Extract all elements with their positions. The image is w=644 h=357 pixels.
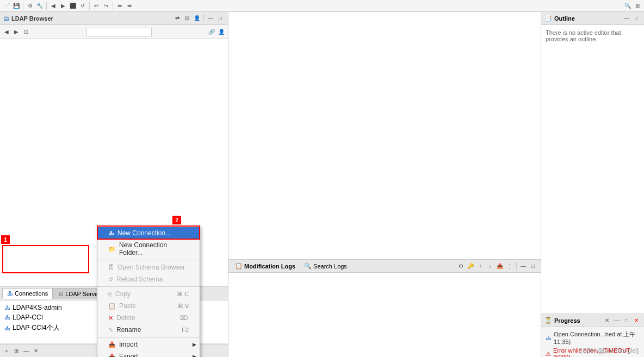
sync-icon[interactable]: ⇄	[173, 14, 182, 23]
logs-export-icon[interactable]: 📤	[496, 262, 504, 271]
outline-maximize-icon[interactable]: □	[632, 14, 641, 23]
forward-icon[interactable]: ▶	[59, 2, 67, 10]
tree-label-1: LDAP4KS-admin	[13, 304, 62, 311]
menu-item-new-folder[interactable]: 📁 New Connection Folder...	[97, 239, 200, 259]
close-left-icon[interactable]: ✕	[32, 347, 40, 355]
expand-icon[interactable]: ▶	[12, 28, 21, 36]
logs-key-icon[interactable]: 🔑	[466, 262, 475, 271]
search-log-icon: 🔍	[304, 262, 312, 270]
delete-icon: ✕	[108, 315, 113, 322]
menu-item-export[interactable]: 📤 Export	[97, 350, 200, 357]
server-icon: 🖥	[58, 291, 64, 297]
logs-up-icon[interactable]: ↑	[476, 262, 485, 271]
logs-toolbar-icons: ⚙ 🔑 ↑ ↓ 📤 ⋮ — □	[456, 262, 537, 271]
menu-sep-2	[97, 286, 200, 287]
nav-back-icon[interactable]: ⬅	[115, 2, 124, 10]
watermark: CSDN @[shenhonglei]	[578, 347, 639, 354]
tab-modification-logs[interactable]: 📋 Modification Logs	[232, 261, 299, 271]
outline-panel: 📑 Outline — □ There is no active editor …	[541, 12, 644, 357]
watermark-text: CSDN @[shenhonglei]	[578, 347, 639, 354]
menu-item-new-connection[interactable]: 🖧 New Connection...	[97, 227, 200, 239]
grid-icon[interactable]: ⊞	[12, 347, 21, 355]
conn-tree-icon-2: 🖧	[4, 314, 10, 321]
reload-schema-label: Reload Schema	[116, 275, 163, 283]
menu-item-rename[interactable]: ✎ Rename F2	[97, 324, 200, 336]
minimize-icon[interactable]: —	[206, 14, 215, 23]
progress-close-icon[interactable]: ✕	[632, 316, 641, 325]
paste-shortcut: ⌘ V	[177, 303, 189, 310]
outline-title-area: 📑 Outline	[544, 15, 575, 22]
import-icon: 📥	[108, 341, 116, 348]
logs-down-icon[interactable]: ↓	[486, 262, 494, 271]
panel-header-icons: ⇄ ⊟ 👤 — □	[173, 14, 225, 23]
progress-minimize-icon[interactable]: —	[612, 316, 621, 325]
progress-item-1: 🖧 Open Connection...hed at 上午 11:35)	[546, 329, 640, 346]
user-icon[interactable]: 👤	[217, 28, 226, 36]
ldap-browser-label: LDAP Browser	[11, 15, 53, 22]
delete-shortcut: ⌦	[180, 315, 189, 322]
progress-error-icon: ⚠	[546, 350, 551, 358]
new-connection-folder-label: New Connection Folder...	[119, 241, 189, 256]
logs-minimize-icon[interactable]: —	[519, 262, 528, 271]
redo-icon[interactable]: ↪	[102, 2, 110, 10]
ldap-browser-title: 🗂 LDAP Browser	[3, 15, 53, 22]
save-icon[interactable]: 💾	[12, 2, 21, 10]
input-box	[86, 28, 152, 36]
file-icon[interactable]: 📄	[2, 2, 11, 10]
export-label: Export	[119, 353, 138, 357]
add-icon[interactable]: ＋	[2, 347, 11, 355]
outline-message: There is no active editor that provides …	[546, 29, 621, 42]
outline-minimize-icon[interactable]: —	[622, 14, 631, 23]
logs-more-icon[interactable]: ⋮	[505, 262, 514, 271]
paste-icon: 📋	[108, 303, 116, 310]
tab-connections[interactable]: 🖧 Connections	[2, 288, 53, 299]
person-icon[interactable]: 👤	[193, 14, 201, 23]
undo-icon[interactable]: ↩	[92, 2, 101, 10]
progress-title-area: ⏳ Progress	[544, 317, 580, 324]
tools-icon[interactable]: 🔧	[35, 2, 44, 10]
mod-logs-label: Modification Logs	[244, 263, 295, 270]
gear-icon[interactable]: ⚙	[26, 2, 34, 10]
export-icon: 📤	[108, 353, 116, 358]
menu-item-delete: ✕ Delete ⌦	[97, 312, 200, 324]
logs-maximize-icon[interactable]: □	[529, 262, 537, 271]
menu-item-import[interactable]: 📥 Import	[97, 339, 200, 350]
ldap-browser-header: 🗂 LDAP Browser ⇄ ⊟ 👤 — □	[0, 12, 228, 25]
copy-icon: ⎘	[108, 291, 112, 297]
progress-conn-icon: 🖧	[546, 335, 552, 341]
progress-header-icons: ✕ — □ ✕	[603, 316, 641, 325]
logs-area: 📋 Modification Logs 🔍 Search Logs ⚙ 🔑 ↑ …	[228, 259, 541, 357]
link-icon[interactable]: 🔗	[207, 28, 216, 36]
mod-log-icon: 📋	[235, 262, 243, 270]
filter2-icon[interactable]: ⊡	[22, 28, 30, 36]
menu-sep-3	[97, 337, 200, 337]
progress-clear-icon[interactable]: ✕	[603, 316, 611, 325]
right-panel: 📋 Modification Logs 🔍 Search Logs ⚙ 🔑 ↑ …	[228, 12, 644, 357]
browser-toolbar: ◀ ▶ ⊡ 🔗 👤	[0, 25, 228, 39]
stop-icon[interactable]: ⬛	[69, 2, 77, 10]
copy-shortcut: ⌘ C	[177, 291, 189, 298]
center-column: 📋 Modification Logs 🔍 Search Logs ⚙ 🔑 ↑ …	[228, 12, 541, 357]
outline-icon: 📑	[544, 15, 552, 22]
progress-maximize-icon[interactable]: □	[622, 316, 631, 325]
minus-icon[interactable]: —	[22, 347, 30, 355]
nav-forward-icon[interactable]: ➡	[125, 2, 134, 10]
open-schema-label: Open Schema Browser	[117, 264, 185, 271]
collapse-icon[interactable]: ◀	[2, 28, 11, 36]
logs-gear-icon[interactable]: ⚙	[456, 262, 465, 271]
center-content	[228, 12, 541, 259]
outline-title: Outline	[554, 15, 575, 22]
filter-icon[interactable]: ⊟	[183, 14, 191, 23]
context-menu: 🖧 New Connection... 📁 New Connection Fol…	[97, 226, 200, 357]
new-connection-label: New Connection...	[117, 229, 171, 237]
refresh-icon[interactable]: ↺	[78, 2, 87, 10]
search-toolbar-icon[interactable]: 🔍	[623, 2, 632, 10]
window-icon[interactable]: ⊞	[633, 2, 642, 10]
maximize-icon[interactable]: □	[216, 14, 225, 23]
conn-icon: 🖧	[7, 290, 13, 297]
logs-tabs: 📋 Modification Logs 🔍 Search Logs	[232, 261, 350, 271]
delete-label: Delete	[116, 314, 135, 322]
new-folder-icon: 📁	[108, 246, 116, 253]
tab-search-logs[interactable]: 🔍 Search Logs	[301, 261, 350, 271]
back-icon[interactable]: ◀	[49, 2, 58, 10]
